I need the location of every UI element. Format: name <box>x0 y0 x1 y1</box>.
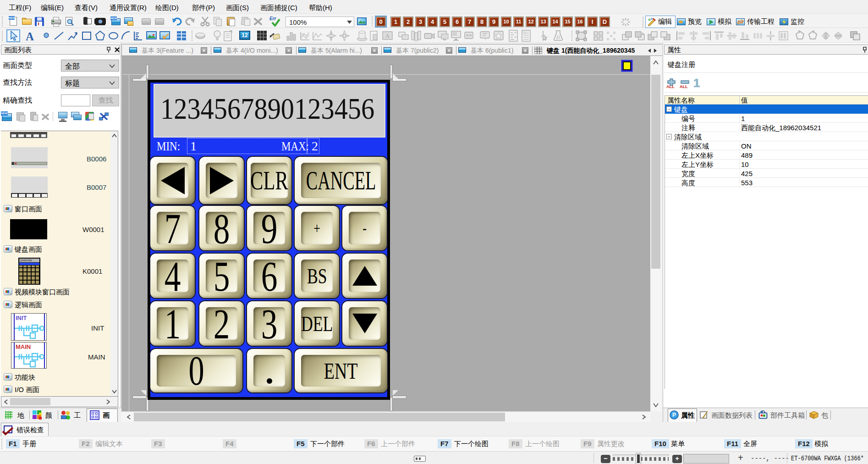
svg-text:P: P <box>672 412 676 418</box>
svg-text:A: A <box>385 33 390 39</box>
svg-text:D: D <box>556 34 560 40</box>
